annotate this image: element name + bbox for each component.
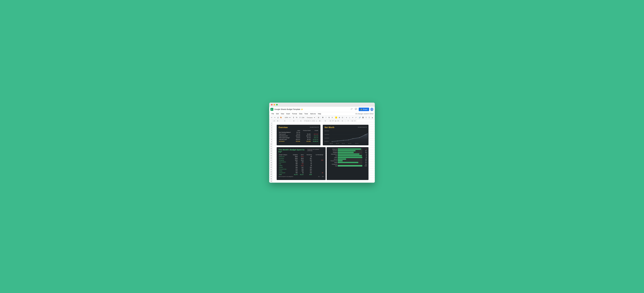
col-header-h[interactable]: H [308, 120, 310, 122]
bold-button[interactable]: B [321, 116, 324, 119]
activity-button[interactable] [350, 107, 353, 111]
bar-label: Gas [328, 155, 337, 156]
share-button[interactable]: 🔒 Share [359, 108, 369, 111]
font-select[interactable]: Overpass [306, 116, 316, 119]
col-header-d[interactable]: D [290, 120, 298, 122]
col-header-q[interactable]: Q [334, 120, 337, 122]
row-num-14: 14 [269, 152, 272, 155]
bar-label: Personal Care [328, 160, 337, 161]
bar-fill [338, 152, 354, 153]
col-header-i[interactable]: I [310, 120, 312, 122]
col-header-a[interactable]: A [272, 120, 276, 122]
currency-button[interactable]: $ [292, 116, 295, 119]
col-header-u[interactable]: U [351, 120, 354, 122]
bar-chart-row: Shopping $40 [328, 152, 367, 153]
budget-row: Total $1,475 $1,217 $258 [278, 174, 324, 175]
bar-chart-panel: Eating Out -$1 Groceries $67 Shopping $4… [327, 147, 368, 180]
minimize-button[interactable] [274, 104, 275, 105]
col-header-r[interactable]: R [337, 120, 340, 122]
row-num-8: 8 [269, 138, 272, 141]
col-header-f[interactable]: F [304, 120, 306, 122]
menu-tools[interactable]: Tools [303, 112, 309, 115]
net-worth-subtitle: As end of Jan '20 [358, 127, 367, 128]
ov-latest: $44,440 [294, 135, 300, 137]
col-header-g[interactable]: G [306, 120, 308, 122]
row-num-21: 21 [269, 169, 272, 171]
row-num-13: 13 [269, 150, 272, 152]
font-size-input[interactable] [317, 116, 320, 119]
sheets-header: Google Sheets Budget Template 📁 [269, 107, 375, 112]
bud-spent: $15 [298, 168, 304, 170]
avatar[interactable] [370, 108, 374, 111]
percent-button[interactable]: % [295, 116, 298, 119]
menu-view[interactable]: View [280, 112, 285, 115]
redo-button[interactable]: ↪ [273, 116, 276, 119]
merge-button[interactable]: ⊡ [341, 116, 344, 119]
image-button[interactable]: 🖼 [362, 116, 364, 119]
link-button[interactable]: 🔗 [358, 116, 361, 119]
budget-row: Alcohol $50 $17 $33 [278, 166, 324, 168]
strikethrough-button[interactable]: S [328, 116, 330, 119]
close-button[interactable] [271, 104, 272, 105]
bar-track [338, 162, 362, 163]
svg-point-21 [348, 140, 349, 140]
collapse-toolbar-button[interactable]: ▲ [371, 116, 374, 119]
net-worth-header: Net Worth As end of Jan '20 [324, 126, 367, 129]
bud-budgeted: $75 [290, 165, 298, 166]
rotate-button[interactable]: ↗ [354, 116, 357, 119]
bud-budgeted: $80 [290, 163, 298, 165]
undo-button[interactable]: ↩ [270, 116, 273, 119]
row-num-12: 12 [269, 148, 272, 150]
col-header-n[interactable]: N [322, 120, 329, 122]
col-header-b[interactable]: B [276, 120, 280, 122]
menu-insert[interactable]: Insert [285, 112, 291, 115]
filter-button[interactable]: ▽ [365, 116, 368, 119]
menu-file[interactable]: File [270, 112, 275, 115]
menu-edit[interactable]: Edit [275, 112, 280, 115]
bud-cut [312, 156, 324, 157]
col-header-v[interactable]: V [354, 120, 356, 122]
col-header-c[interactable]: C [280, 120, 290, 122]
bar-fill [338, 157, 362, 158]
col-header-k[interactable]: K [313, 120, 315, 122]
valign-button[interactable]: ⊥ [348, 116, 351, 119]
col-header-m[interactable]: M [318, 120, 322, 122]
bud-cut [312, 166, 324, 168]
bar-track [338, 165, 362, 166]
comment-button[interactable] [354, 107, 358, 111]
zoom-select[interactable]: 100% [284, 116, 291, 119]
increase-decimal-button[interactable]: 123▾ [302, 116, 304, 119]
menu-addons[interactable]: Add-ons [309, 112, 317, 115]
ov-label: Total Income* [278, 133, 294, 135]
fill-color-button[interactable] [335, 116, 338, 119]
maximize-button[interactable] [276, 104, 278, 105]
bar-chart-row: Gas $0 [328, 155, 367, 156]
italic-button[interactable]: I [324, 116, 328, 119]
col-header-s[interactable]: S [340, 120, 345, 122]
col-header-l[interactable]: L [315, 120, 318, 122]
col-header-j[interactable]: J [312, 120, 313, 122]
paint-format-button[interactable]: 🎨 [280, 116, 282, 119]
menu-format[interactable]: Format [291, 112, 298, 115]
align-button[interactable]: ≡ [345, 116, 348, 119]
borders-button[interactable]: ⊞ [338, 116, 341, 119]
col-header-o[interactable]: O [329, 120, 332, 122]
spreadsheet-area: A B C D E F G H I J K L M N O P Q [269, 120, 375, 183]
budget-footer: Total overspent in all categories* $56 $… [278, 176, 324, 177]
budget-row: Shopping $300 $210 $40 -$50 [278, 159, 324, 161]
menu-help[interactable]: Help [317, 112, 322, 115]
menu-data[interactable]: Data [298, 112, 303, 115]
row-num-3: 3 [269, 127, 272, 129]
text-color-button[interactable]: A [331, 116, 334, 119]
bar-fill [338, 148, 361, 150]
document-title[interactable]: Google Sheets Budget Template [274, 108, 300, 110]
col-header-t[interactable]: T [345, 120, 351, 122]
formula-button[interactable]: Σ [368, 116, 371, 119]
bar-value: $67 [363, 150, 367, 151]
print-button[interactable]: 🖨 [276, 116, 279, 119]
col-header-p[interactable]: P [332, 120, 334, 122]
decrease-decimal-button[interactable]: .0 [298, 116, 301, 119]
col-header-e[interactable]: E [298, 120, 304, 122]
wrap-button[interactable]: ↵ [351, 116, 354, 119]
browser-window: Google Sheets Budget Template 📁 [269, 103, 375, 183]
